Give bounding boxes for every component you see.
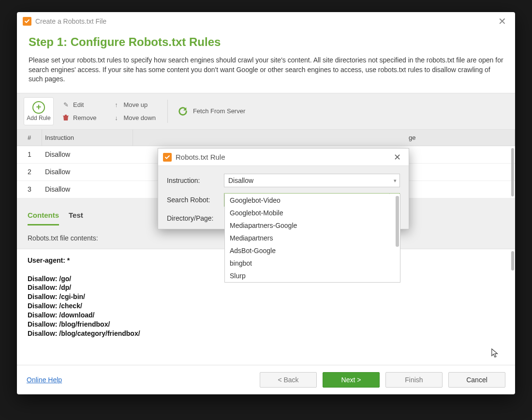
refresh-icon xyxy=(177,106,188,117)
main-window: Create a Robots.txt File ✕ Step 1: Confi… xyxy=(17,12,515,394)
add-rule-label: Add Rule xyxy=(27,115,50,121)
app-icon xyxy=(163,153,172,162)
search-robot-label: Search Robot: xyxy=(167,196,220,204)
search-robot-dropdown: Googlebot-Video Googlebot-Mobile Mediapa… xyxy=(224,194,400,283)
code-line: Disallow: /cgi-bin/ xyxy=(28,292,504,301)
row-instruction: Disallow xyxy=(42,168,133,176)
dropdown-option[interactable]: Slurp xyxy=(225,270,400,282)
instruction-select[interactable]: Disallow ▾ xyxy=(224,174,400,187)
dropdown-option[interactable]: Googlebot-Video xyxy=(225,194,400,207)
plus-circle-icon: + xyxy=(32,101,45,114)
move-down-label: Move down xyxy=(123,114,155,121)
step-title: Step 1: Configure Robots.txt Rules xyxy=(29,35,503,49)
row-instruction: Disallow xyxy=(42,185,133,193)
dropdown-option[interactable]: bingbot xyxy=(225,257,400,270)
trash-icon xyxy=(62,114,69,121)
dialog-titlebar: Robots.txt Rule ✕ xyxy=(158,149,409,166)
dropdown-scrollbar[interactable] xyxy=(396,196,399,247)
dialog-title: Robots.txt Rule xyxy=(176,153,225,161)
table-scrollbar[interactable] xyxy=(511,148,514,196)
move-up-button[interactable]: ↑ Move up xyxy=(111,100,157,109)
edit-icon: ✎ xyxy=(62,101,69,108)
cancel-button[interactable]: Cancel xyxy=(448,372,505,388)
next-button[interactable]: Next > xyxy=(323,372,380,388)
arrow-down-icon: ↓ xyxy=(113,114,119,121)
row-instruction: Disallow xyxy=(42,150,133,158)
arrow-up-icon: ↑ xyxy=(113,101,119,108)
col-instruction-header[interactable]: Instruction xyxy=(42,130,133,146)
back-button[interactable]: < Back xyxy=(260,372,317,388)
edit-button[interactable]: ✎ Edit xyxy=(60,100,98,109)
header-section: Step 1: Configure Robots.txt Rules Pleas… xyxy=(17,30,515,93)
dropdown-option[interactable]: Mediapartners xyxy=(225,232,400,244)
chevron-down-icon: ▾ xyxy=(394,178,397,184)
online-help-link[interactable]: Online Help xyxy=(27,376,62,384)
dialog-close-icon[interactable]: ✕ xyxy=(391,150,404,165)
contents-scrollbar[interactable] xyxy=(511,251,514,270)
remove-label: Remove xyxy=(73,114,96,121)
dropdown-option[interactable]: AdsBot-Google xyxy=(225,244,400,257)
code-line: Disallow: /check/ xyxy=(28,301,504,311)
dropdown-option[interactable]: Mediapartners-Google xyxy=(225,219,400,232)
remove-button[interactable]: Remove xyxy=(60,113,98,122)
fetch-from-server-button[interactable]: Fetch From Server xyxy=(177,106,245,117)
move-up-label: Move up xyxy=(123,101,148,108)
tab-test[interactable]: Test xyxy=(69,211,83,225)
code-line: Disallow: /dp/ xyxy=(28,283,504,292)
move-down-button[interactable]: ↓ Move down xyxy=(111,113,157,122)
col-num-header[interactable]: # xyxy=(17,130,42,146)
code-line: Disallow: /blog/friendbox/ xyxy=(28,320,504,329)
step-description: Please set your robots.txt rules to spec… xyxy=(29,56,503,84)
window-title: Create a Robots.txt File xyxy=(35,17,106,25)
finish-button[interactable]: Finish xyxy=(385,372,443,388)
wizard-footer: Online Help < Back Next > Finish Cancel xyxy=(17,365,515,394)
row-num: 3 xyxy=(17,185,42,193)
code-line: Disallow: /blog/category/friendbox/ xyxy=(28,329,504,338)
titlebar: Create a Robots.txt File ✕ xyxy=(17,12,515,30)
close-icon[interactable]: ✕ xyxy=(495,14,509,29)
edit-label: Edit xyxy=(73,101,84,108)
dropdown-option[interactable]: Googlebot-Mobile xyxy=(225,207,400,219)
directory-page-label: Directory/Page: xyxy=(167,212,220,222)
col-tail-header[interactable]: ge xyxy=(133,130,515,146)
instruction-label: Instruction: xyxy=(167,177,220,184)
table-header: # Instruction ge xyxy=(17,130,515,146)
app-icon xyxy=(23,17,31,26)
toolbar: + Add Rule ✎ Edit Remove ↑ Move up ↓ Mov xyxy=(17,93,515,130)
row-num: 2 xyxy=(17,168,42,176)
instruction-value: Disallow xyxy=(228,177,253,184)
add-rule-button[interactable]: + Add Rule xyxy=(24,97,54,125)
code-line: Disallow: /download/ xyxy=(28,311,504,320)
robots-rule-dialog: Robots.txt Rule ✕ Instruction: Disallow … xyxy=(158,148,409,229)
toolbar-separator xyxy=(167,100,168,123)
tab-contents[interactable]: Contents xyxy=(28,211,59,225)
fetch-label: Fetch From Server xyxy=(193,107,245,115)
row-num: 1 xyxy=(17,150,42,158)
